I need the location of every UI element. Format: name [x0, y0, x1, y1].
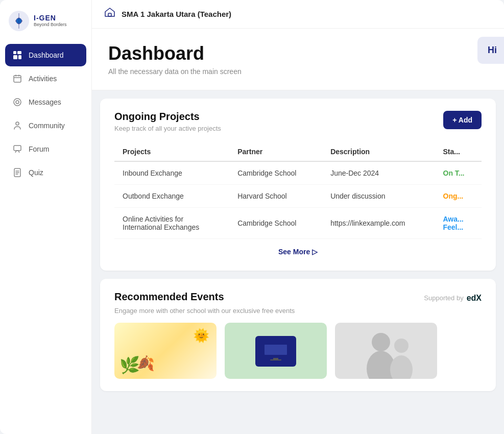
activities-icon [12, 74, 22, 84]
hi-card: Hi [477, 37, 504, 64]
project-partner: Cambridge School [229, 161, 322, 185]
sidebar-item-messages[interactable]: Messages [5, 91, 86, 113]
recommended-events-card: Recommended Events Supported by edX Enga… [100, 279, 496, 391]
ongoing-projects-title: Ongoing Projects [114, 111, 221, 123]
project-description: Under discussion [322, 185, 435, 208]
svg-rect-11 [108, 13, 111, 16]
svg-point-17 [394, 339, 409, 353]
project-partner: Cambridge School [229, 208, 322, 239]
event-card-3[interactable] [335, 323, 437, 379]
dashboard-label: Dashboard [29, 51, 64, 59]
quiz-icon [12, 167, 22, 178]
sidebar-logo: I-GEN Beyond Borders [0, 0, 91, 44]
events-titles: Recommended Events [114, 291, 224, 305]
sidebar-item-activities[interactable]: Activities [5, 67, 86, 90]
table-header-row: Projects Partner Description Sta... [114, 142, 482, 161]
events-subtitle: Engage more with other school with our e… [114, 307, 482, 315]
table-header: Projects Partner Description Sta... [114, 142, 482, 161]
supported-by-label: Supported by [424, 294, 463, 302]
projects-table: Projects Partner Description Sta... Inbo… [114, 142, 482, 239]
see-more-row: See More ▷ [114, 239, 482, 258]
see-more-link[interactable]: See More ▷ [278, 248, 318, 256]
sidebar-item-dashboard[interactable]: Dashboard [5, 44, 86, 66]
topbar: SMA 1 Jakarta Utara (Teacher) [92, 0, 504, 29]
table-body: Inbound Exchange Cambridge School June-D… [114, 161, 482, 239]
quiz-label: Quiz [29, 168, 43, 177]
events-header: Recommended Events Supported by edX [114, 291, 482, 305]
project-name: Inbound Exchange [114, 161, 229, 185]
dashboard-title-section: Dashboard All the necessary data on the … [108, 43, 242, 76]
add-project-button[interactable]: + Add [443, 111, 482, 129]
monitor-icon [255, 336, 296, 367]
svg-point-7 [14, 99, 21, 106]
logo-tagline: Beyond Borders [34, 22, 67, 28]
sidebar-item-community[interactable]: Community [5, 114, 86, 137]
project-name: Online Activities forInternational Excha… [114, 208, 229, 239]
forum-label: Forum [29, 145, 49, 153]
activities-label: Activities [29, 75, 57, 83]
svg-rect-14 [273, 358, 278, 360]
events-title: Recommended Events [114, 291, 224, 303]
project-partner: Harvard School [229, 185, 322, 208]
dashboard-header: Dashboard All the necessary data on the … [92, 29, 504, 90]
hi-text: Hi [488, 45, 497, 56]
svg-point-18 [390, 355, 413, 379]
status-badge: Ong... [443, 192, 464, 200]
svg-rect-9 [14, 146, 21, 151]
status-badge: On T... [443, 169, 465, 177]
project-description: https://linkexample.com [322, 208, 435, 239]
messages-icon [12, 97, 22, 107]
svg-rect-2 [13, 51, 16, 54]
logo-icon [8, 10, 30, 32]
ongoing-projects-card: Ongoing Projects Keep track of all your … [100, 99, 496, 271]
person-silhouette [345, 328, 427, 379]
ongoing-projects-subtitle: Keep track of all your active projects [114, 125, 221, 132]
table-row: Online Activities forInternational Excha… [114, 208, 482, 239]
table-row: Inbound Exchange Cambridge School June-D… [114, 161, 482, 185]
dashboard-subtitle: All the necessary data on the main scree… [108, 67, 242, 76]
dashboard-icon [12, 50, 22, 60]
col-description: Description [322, 142, 435, 161]
svg-rect-4 [13, 55, 17, 59]
table-row: Outbond Exchange Harvard School Under di… [114, 185, 482, 208]
col-status: Sta... [435, 142, 482, 161]
supported-by: Supported by edX [424, 294, 482, 303]
logo-text: I-GEN Beyond Borders [34, 14, 67, 27]
svg-point-15 [372, 333, 390, 351]
col-projects: Projects [114, 142, 229, 161]
event-cards-row: 🌿 🌞 🍂 [114, 323, 482, 379]
community-icon [12, 120, 22, 131]
svg-rect-13 [265, 345, 287, 355]
ongoing-projects-header: Ongoing Projects Keep track of all your … [114, 111, 482, 132]
sidebar-item-quiz[interactable]: Quiz [5, 161, 86, 184]
sidebar-nav: Dashboard Activities Messages Community … [0, 44, 91, 184]
project-description: June-Dec 2024 [322, 161, 435, 185]
sidebar-item-forum[interactable]: Forum [5, 138, 86, 160]
col-partner: Partner [229, 142, 322, 161]
sidebar: I-GEN Beyond Borders Dashboard Activitie… [0, 0, 92, 434]
svg-rect-6 [14, 76, 21, 82]
school-name: SMA 1 Jakarta Utara (Teacher) [122, 10, 231, 18]
event-card-2[interactable] [225, 323, 327, 379]
project-name: Outbond Exchange [114, 185, 229, 208]
project-status: Awa...Feel... [435, 208, 482, 239]
school-icon [104, 7, 115, 21]
messages-label: Messages [29, 98, 61, 106]
event1-emoji2: 🌞 [193, 328, 209, 344]
project-status: Ong... [435, 185, 482, 208]
forum-icon [12, 144, 22, 154]
ongoing-projects-titles: Ongoing Projects Keep track of all your … [114, 111, 221, 132]
svg-rect-3 [17, 51, 21, 54]
edx-logo: edX [467, 294, 482, 303]
community-label: Community [29, 122, 65, 130]
project-status: On T... [435, 161, 482, 185]
event1-emoji3: 🍂 [137, 355, 155, 372]
content-area: Dashboard All the necessary data on the … [92, 29, 504, 434]
status-badge: Awa...Feel... [443, 215, 464, 231]
svg-point-8 [16, 101, 19, 104]
svg-rect-5 [18, 55, 21, 59]
logo-name: I-GEN [34, 14, 67, 22]
main-content: SMA 1 Jakarta Utara (Teacher) Dashboard … [92, 0, 504, 434]
event-card-1[interactable]: 🌿 🌞 🍂 [114, 323, 217, 379]
page-title: Dashboard [108, 43, 242, 64]
